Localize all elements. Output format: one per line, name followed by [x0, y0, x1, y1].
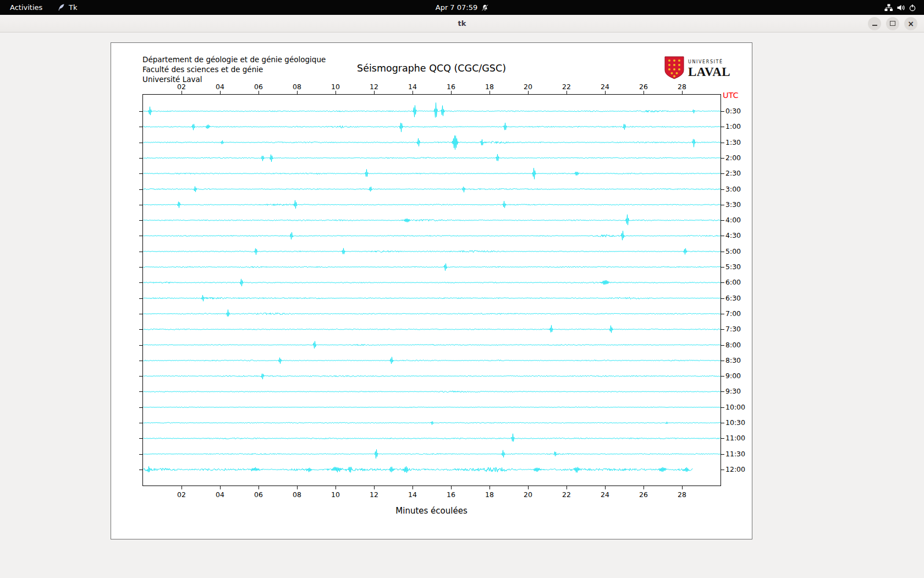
- y-tick-right: [721, 314, 724, 314]
- x-tick-label-bottom: 02: [173, 490, 190, 499]
- x-tick-top: [490, 91, 490, 94]
- trace-time-label: 4:30: [725, 231, 741, 239]
- trace-time-label: 5:00: [725, 247, 741, 255]
- y-tick-left: [139, 173, 142, 174]
- volume-icon: [897, 4, 905, 12]
- trace-time-label: 6:00: [725, 278, 741, 286]
- trace-time-label: 1:30: [725, 138, 741, 146]
- x-tick-label-bottom: 14: [404, 490, 421, 499]
- app-indicator-tk[interactable]: Tk: [57, 0, 77, 15]
- x-tick-label-bottom: 10: [327, 490, 344, 499]
- x-tick-top: [374, 91, 375, 94]
- clock-button[interactable]: Apr 7 07:59: [436, 0, 489, 15]
- x-axis-label: Minutes écoulées: [111, 506, 752, 516]
- trace-time-label: 10:00: [725, 403, 745, 411]
- x-tick-label-top: 10: [327, 83, 344, 91]
- y-tick-right: [721, 345, 724, 346]
- x-tick-label-top: 24: [597, 83, 613, 91]
- x-tick-bottom: [644, 486, 644, 489]
- trace-time-label: 2:30: [725, 169, 741, 177]
- x-tick-top: [566, 91, 567, 94]
- y-tick-left: [139, 376, 142, 377]
- trace-time-label: 3:30: [725, 200, 741, 209]
- trace-time-label: 9:30: [725, 387, 741, 395]
- minimize-glyph: [872, 25, 877, 26]
- tk-feather-icon: [57, 3, 65, 12]
- x-tick-bottom: [605, 486, 606, 489]
- x-tick-label-bottom: 28: [674, 490, 690, 499]
- x-tick-bottom: [258, 486, 259, 489]
- y-tick-left: [139, 361, 142, 361]
- seismogram-traces-canvas: [143, 95, 721, 486]
- system-menu[interactable]: [884, 0, 916, 15]
- x-tick-bottom: [490, 486, 490, 489]
- x-tick-bottom: [220, 486, 221, 489]
- y-tick-left: [139, 189, 142, 190]
- y-tick-left: [139, 345, 142, 346]
- x-tick-label-bottom: 08: [289, 490, 305, 499]
- laval-wordmark: UNIVERSITÉ LAVAL: [688, 60, 730, 78]
- y-tick-left: [139, 236, 142, 236]
- x-tick-label-bottom: 22: [558, 490, 575, 499]
- y-tick-left: [139, 407, 142, 408]
- trace-time-label: 5:30: [725, 263, 741, 271]
- x-tick-label-bottom: 16: [443, 490, 459, 499]
- minimize-button[interactable]: [868, 17, 881, 30]
- trace-time-label: 4:00: [725, 216, 741, 224]
- y-tick-left: [139, 158, 142, 159]
- y-tick-right: [721, 423, 724, 423]
- x-tick-label-top: 12: [366, 83, 382, 91]
- trace-time-label: 11:30: [725, 450, 745, 458]
- maximize-button[interactable]: [886, 17, 899, 30]
- trace-time-label: 1:00: [725, 122, 741, 130]
- x-tick-top: [336, 91, 336, 94]
- network-icon: [884, 4, 893, 12]
- y-tick-right: [721, 158, 724, 159]
- x-tick-top: [682, 91, 683, 94]
- x-tick-label-bottom: 20: [520, 490, 536, 499]
- x-tick-label-top: 06: [250, 83, 267, 91]
- plot-title: Séismographe QCQ (CGC/GSC): [111, 63, 752, 74]
- trace-time-label: 8:00: [725, 341, 741, 349]
- x-tick-top: [220, 91, 221, 94]
- y-tick-right: [721, 143, 724, 143]
- x-tick-label-bottom: 06: [250, 490, 267, 499]
- x-tick-label-top: 22: [558, 83, 575, 91]
- y-tick-left: [139, 470, 142, 470]
- logo-universite-text: UNIVERSITÉ: [688, 60, 730, 64]
- trace-time-label: 9:00: [725, 372, 741, 380]
- x-tick-label-top: 04: [212, 83, 228, 91]
- y-tick-left: [139, 111, 142, 112]
- notifications-disabled-icon: [481, 4, 488, 12]
- x-tick-top: [297, 91, 298, 94]
- close-glyph: ×: [908, 20, 914, 28]
- y-tick-right: [721, 127, 724, 127]
- x-tick-bottom: [566, 486, 567, 489]
- x-tick-label-top: 16: [443, 83, 459, 91]
- window-titlebar[interactable]: tk ×: [0, 15, 924, 32]
- close-button[interactable]: ×: [904, 17, 917, 30]
- window-title: tk: [0, 15, 924, 32]
- trace-time-label: 7:30: [725, 325, 741, 333]
- y-tick-right: [721, 267, 724, 268]
- x-tick-label-bottom: 26: [635, 490, 652, 499]
- y-tick-right: [721, 454, 724, 455]
- x-tick-label-top: 18: [481, 83, 498, 91]
- trace-time-label: 11:00: [725, 434, 745, 442]
- y-tick-right: [721, 220, 724, 221]
- x-tick-bottom: [182, 486, 182, 489]
- x-tick-label-top: 20: [520, 83, 536, 91]
- top-bar: Activities Tk Apr 7 07:59: [0, 0, 924, 15]
- y-tick-left: [139, 220, 142, 221]
- y-tick-left: [139, 329, 142, 330]
- x-tick-label-bottom: 24: [597, 490, 613, 499]
- logo-laval-text: LAVAL: [688, 66, 730, 78]
- y-tick-right: [721, 111, 724, 112]
- x-tick-label-top: 28: [674, 83, 690, 91]
- trace-time-label: 6:30: [725, 294, 741, 302]
- y-tick-left: [139, 252, 142, 252]
- activities-button[interactable]: Activities: [7, 0, 46, 15]
- y-tick-left: [139, 205, 142, 205]
- trace-time-label: 3:00: [725, 185, 741, 193]
- y-tick-right: [721, 407, 724, 408]
